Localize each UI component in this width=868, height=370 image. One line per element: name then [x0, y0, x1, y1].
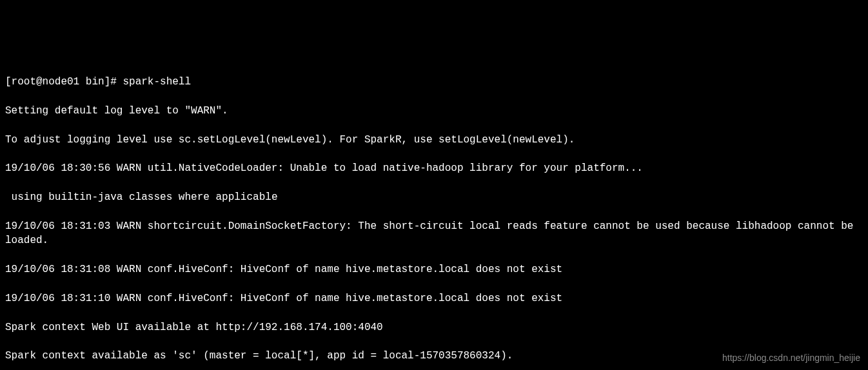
log-line: To adjust logging level use sc.setLogLev… [5, 133, 863, 147]
log-line: 19/10/06 18:31:10 WARN conf.HiveConf: Hi… [5, 291, 863, 306]
log-line: Spark context Web UI available at http:/… [5, 320, 863, 335]
log-line: 19/10/06 18:31:08 WARN conf.HiveConf: Hi… [5, 262, 863, 277]
watermark-text: https://blog.csdn.net/jingmin_heijie [722, 352, 860, 365]
terminal-output[interactable]: [root@node01 bin]# spark-shell Setting d… [5, 61, 863, 370]
log-line: using builtin-java classes where applica… [5, 190, 863, 204]
log-line: 19/10/06 18:31:03 WARN shortcircuit.Doma… [5, 219, 863, 248]
log-line: 19/10/06 18:30:56 WARN util.NativeCodeLo… [5, 161, 863, 175]
shell-prompt-line: [root@node01 bin]# spark-shell [5, 75, 863, 89]
log-line: Setting default log level to "WARN". [5, 104, 863, 118]
